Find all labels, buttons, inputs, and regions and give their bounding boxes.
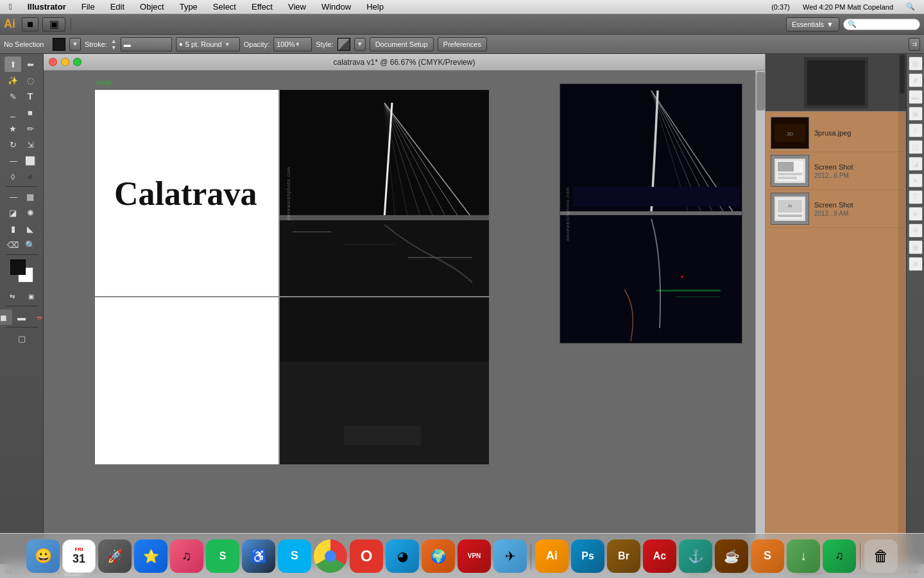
- panel-align-icon[interactable]: ▬: [909, 90, 923, 104]
- free-transform-tool[interactable]: ⬜: [22, 153, 38, 168]
- app-menu-illustrator[interactable]: Illustrator: [24, 1, 70, 12]
- dock-appstore[interactable]: ⭐: [134, 539, 167, 573]
- mesh-tool[interactable]: ▦: [22, 189, 38, 204]
- close-button[interactable]: [49, 58, 57, 66]
- dock-itunes[interactable]: ♫: [170, 539, 203, 573]
- dock-launchpad[interactable]: 🚀: [98, 539, 132, 573]
- dock-illustrator[interactable]: Ai: [535, 539, 569, 573]
- vertical-scroll-thumb[interactable]: [757, 72, 765, 110]
- fill-options[interactable]: ▼: [69, 38, 81, 51]
- scale-tool[interactable]: ⇲: [22, 137, 38, 152]
- swap-colors-icon[interactable]: ⇆: [4, 288, 21, 304]
- workspace-icon[interactable]: ▣: [42, 17, 65, 31]
- selection-tool[interactable]: ⬆: [4, 57, 21, 72]
- paintbrush-tool[interactable]: ★: [4, 121, 21, 136]
- rotate-tool[interactable]: ↻: [4, 137, 21, 152]
- cap-style-select[interactable]: ● 5 pt. Round ▼: [176, 37, 240, 51]
- gradient-tool[interactable]: ⸻: [4, 189, 21, 204]
- dock-airdrop[interactable]: ✈: [493, 539, 527, 573]
- line-tool[interactable]: ⎯: [4, 105, 21, 120]
- panel-stroke-icon[interactable]: ▤: [909, 140, 923, 154]
- file-item-screenshot1[interactable]: Screen Shot 2012...6 PM: [768, 152, 903, 190]
- zoom-tool[interactable]: 🔍: [22, 237, 38, 252]
- dock-firefox[interactable]: 🌍: [422, 539, 455, 573]
- dock-skype[interactable]: S: [278, 539, 311, 573]
- options-more[interactable]: ⇉: [909, 38, 920, 51]
- pen-tool[interactable]: ✎: [4, 89, 21, 104]
- dock-steam[interactable]: ♿: [242, 539, 275, 573]
- dock-unknown[interactable]: ♫: [823, 539, 856, 573]
- panel-scrollbar[interactable]: [898, 54, 906, 564]
- menu-window[interactable]: Window: [318, 1, 355, 12]
- panel-scroll-thumb[interactable]: [900, 55, 905, 94]
- menu-view[interactable]: View: [284, 1, 310, 12]
- mode-icon[interactable]: ■: [22, 17, 38, 31]
- dock-sublime[interactable]: S: [751, 539, 784, 573]
- rect-tool[interactable]: ■: [22, 105, 38, 120]
- dock-codekit[interactable]: ⚓: [679, 539, 712, 573]
- dock-safari[interactable]: ◕: [386, 539, 419, 573]
- stroke-arrows[interactable]: ▲ ▼: [111, 38, 117, 51]
- panel-brush-icon[interactable]: ★: [909, 207, 923, 221]
- dock-photoshop[interactable]: Ps: [571, 539, 604, 573]
- dock-calendar[interactable]: FRI 31: [62, 539, 96, 573]
- panel-gradient-icon[interactable]: ◪: [909, 157, 923, 171]
- slice-tool[interactable]: ◣: [22, 221, 38, 236]
- perspective-tool[interactable]: ◾: [22, 169, 38, 184]
- dock-chrome[interactable]: [314, 539, 347, 573]
- menu-help[interactable]: Help: [363, 1, 388, 12]
- essentials-button[interactable]: Essentials ▼: [786, 17, 839, 31]
- magic-wand-tool[interactable]: ✨: [4, 73, 21, 88]
- document-setup-button[interactable]: Document Setup: [370, 37, 434, 51]
- panel-appearance-icon[interactable]: ●: [909, 173, 923, 188]
- color-fill-icon[interactable]: ◼: [0, 310, 12, 325]
- panel-pathfinder-icon[interactable]: ◊: [909, 123, 923, 137]
- foreground-color[interactable]: [10, 259, 26, 275]
- eraser-tool[interactable]: ⌫: [4, 237, 21, 252]
- file-item-3prusa[interactable]: 3D 3prusa.jpeg: [768, 114, 903, 152]
- symbol-tool[interactable]: ✺: [22, 205, 38, 220]
- pencil-tool[interactable]: ✏: [22, 121, 38, 136]
- preferences-button[interactable]: Preferences: [438, 37, 487, 51]
- style-options[interactable]: ▼: [354, 38, 366, 51]
- vertical-scrollbar[interactable]: [755, 71, 765, 550]
- dock-acrobat[interactable]: Ac: [643, 539, 676, 573]
- search-menubar-icon[interactable]: 🔍: [902, 2, 919, 12]
- dock-vpn[interactable]: VPN: [458, 539, 491, 573]
- dock-spotify[interactable]: S: [206, 539, 239, 573]
- fill-color-swatch[interactable]: [53, 38, 65, 51]
- dock-trash[interactable]: 🗑: [864, 539, 898, 573]
- panel-transform-icon[interactable]: ▣: [909, 107, 923, 121]
- search-box[interactable]: 🔍: [843, 19, 920, 30]
- style-swatch[interactable]: [338, 38, 350, 51]
- menu-effect[interactable]: Effect: [248, 1, 277, 12]
- file-item-screenshot2[interactable]: Ai Screen Shot 2012...8 AM: [768, 190, 903, 228]
- panel-color-icon[interactable]: ◼: [909, 240, 923, 254]
- maximize-button[interactable]: [73, 58, 81, 66]
- menu-type[interactable]: Type: [176, 1, 201, 12]
- panel-swatches-icon[interactable]: ■: [909, 257, 923, 271]
- shape-builder-tool[interactable]: ◊: [4, 169, 21, 184]
- panel-symbols-icon[interactable]: ✺: [909, 223, 923, 238]
- panel-layers-icon[interactable]: ▦: [909, 57, 923, 71]
- menu-select[interactable]: Select: [209, 1, 240, 12]
- dock-finder[interactable]: 😀: [26, 539, 60, 573]
- panel-arrange-icon[interactable]: ■: [909, 73, 923, 87]
- canvas-content[interactable]: page Calatrava: [44, 71, 755, 550]
- menu-file[interactable]: File: [78, 1, 99, 12]
- warp-tool[interactable]: ⸻: [4, 153, 21, 168]
- screen-mode-icon[interactable]: ▢: [13, 331, 30, 346]
- type-tool[interactable]: T: [22, 89, 38, 104]
- panel-type-icon[interactable]: T: [909, 190, 923, 204]
- lasso-tool[interactable]: ◌: [22, 73, 38, 88]
- opacity-select[interactable]: 100% ▼: [273, 37, 312, 51]
- direct-selection-tool[interactable]: ⬅: [22, 57, 38, 72]
- blend-tool[interactable]: ◪: [4, 205, 21, 220]
- column-graph-tool[interactable]: ▮: [4, 221, 21, 236]
- dock-folx[interactable]: ↓: [787, 539, 820, 573]
- dock-bridge[interactable]: Br: [607, 539, 640, 573]
- dock-opera[interactable]: O: [350, 539, 383, 573]
- minimize-button[interactable]: [61, 58, 69, 66]
- menu-edit[interactable]: Edit: [107, 1, 128, 12]
- gradient-fill-icon[interactable]: ▬: [13, 310, 30, 325]
